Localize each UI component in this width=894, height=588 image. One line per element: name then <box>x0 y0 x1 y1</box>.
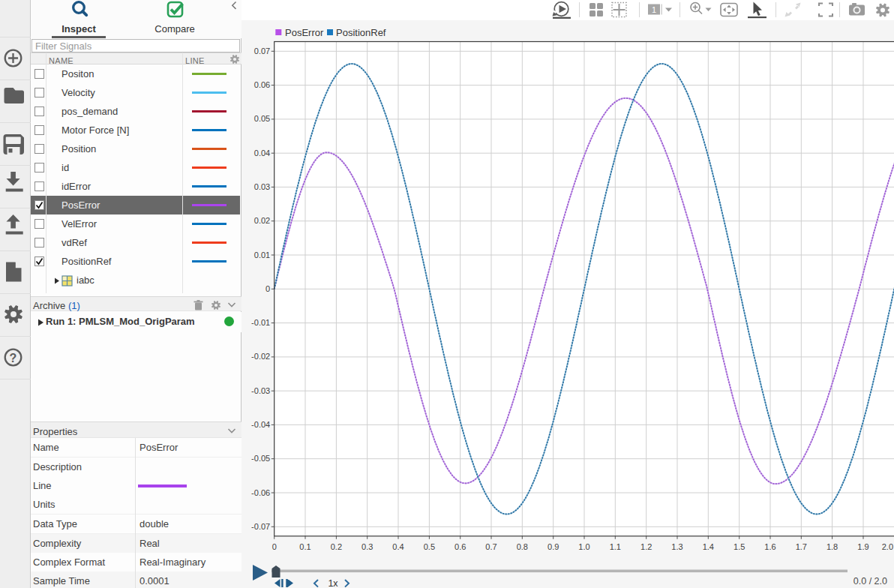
svg-text:0.04: 0.04 <box>254 148 270 158</box>
svg-text:1.2: 1.2 <box>640 542 652 551</box>
svg-text:0.4: 0.4 <box>392 542 404 551</box>
svg-text:-0.07: -0.07 <box>251 522 270 531</box>
svg-text:1.9: 1.9 <box>857 542 868 551</box>
svg-text:1.4: 1.4 <box>703 542 714 551</box>
svg-text:0.01: 0.01 <box>254 250 270 260</box>
svg-text:0.5: 0.5 <box>424 542 435 551</box>
svg-text:1.5: 1.5 <box>734 542 745 551</box>
svg-text:0.9: 0.9 <box>548 542 559 551</box>
svg-text:-0.02: -0.02 <box>251 352 270 361</box>
svg-text:1: 1 <box>652 5 656 14</box>
svg-text:?: ? <box>10 352 17 364</box>
svg-text:0.06: 0.06 <box>254 80 270 89</box>
svg-text:2.0: 2.0 <box>882 542 893 551</box>
svg-text:0.6: 0.6 <box>454 542 466 551</box>
svg-text:0: 0 <box>272 542 277 551</box>
svg-text:0.2: 0.2 <box>331 542 342 551</box>
svg-text:-0.05: -0.05 <box>251 454 270 463</box>
svg-text:0.3: 0.3 <box>362 542 373 551</box>
svg-text:-0.04: -0.04 <box>251 420 270 429</box>
svg-text:0.8: 0.8 <box>517 542 528 551</box>
svg-text:1.8: 1.8 <box>826 542 838 551</box>
svg-text:0.03: 0.03 <box>254 182 270 191</box>
svg-text:1.3: 1.3 <box>671 542 682 551</box>
svg-text:0.05: 0.05 <box>254 114 270 123</box>
svg-text:0: 0 <box>266 284 270 293</box>
svg-text:1.1: 1.1 <box>610 542 621 551</box>
svg-text:PositionRef: PositionRef <box>336 27 386 38</box>
svg-text:0.02: 0.02 <box>254 216 270 225</box>
svg-text:PosError: PosError <box>285 27 324 38</box>
svg-text:1.7: 1.7 <box>796 542 807 551</box>
svg-text:-0.03: -0.03 <box>251 386 270 395</box>
svg-text:0.1: 0.1 <box>299 542 310 551</box>
svg-text:-0.06: -0.06 <box>251 488 270 497</box>
svg-text:0.07: 0.07 <box>254 46 270 56</box>
svg-text:1.0: 1.0 <box>578 542 590 551</box>
svg-text:1.6: 1.6 <box>764 542 776 551</box>
svg-text:0.7: 0.7 <box>485 542 496 551</box>
svg-text:0.0 / 2.0: 0.0 / 2.0 <box>854 576 887 586</box>
svg-text:1x: 1x <box>328 578 338 588</box>
svg-text:-0.01: -0.01 <box>251 318 270 327</box>
